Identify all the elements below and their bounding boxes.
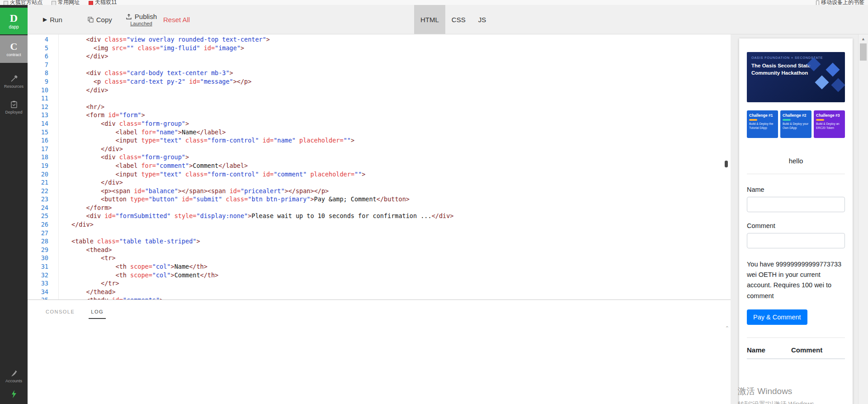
copy-button[interactable]: Copy bbox=[88, 16, 112, 24]
challenge-badge bbox=[749, 119, 757, 121]
challenge-badge bbox=[816, 119, 824, 121]
sidebar-item-deployed[interactable]: Deployed bbox=[5, 100, 22, 114]
resources-icon bbox=[10, 75, 18, 83]
challenge-card-1: Challenge #1 Build & Deploy the Tutorial… bbox=[747, 110, 778, 138]
bookmark-item[interactable]: 火狐官方站点 bbox=[4, 0, 42, 5]
reset-all-button[interactable]: Reset All bbox=[163, 16, 190, 24]
contract-label: contract bbox=[6, 52, 21, 57]
table-header-name: Name bbox=[747, 346, 791, 354]
banner-title: The Oasis Second State Community Hackath… bbox=[751, 62, 815, 76]
preview-pane: OASIS FOUNDATION × SECONDSTATE The Oasis… bbox=[731, 34, 858, 404]
copy-icon bbox=[88, 17, 94, 23]
challenge-cards: Challenge #1 Build & Deploy the Tutorial… bbox=[747, 110, 845, 138]
bookmark-item[interactable]: 常用网址 bbox=[52, 0, 80, 5]
deployed-label: Deployed bbox=[5, 110, 22, 114]
challenge-desc: Build & Deploy your Own DApp bbox=[783, 122, 809, 130]
preview-name-input[interactable] bbox=[747, 197, 845, 212]
divider bbox=[747, 337, 845, 338]
publish-icon bbox=[126, 14, 132, 20]
challenge-card-3: Challenge #3 Build & Deploy an ERC20 Tok… bbox=[814, 110, 845, 138]
preview-message: hello bbox=[747, 157, 845, 165]
banner-brand-line: OASIS FOUNDATION × SECONDSTATE bbox=[751, 56, 845, 59]
deployed-icon bbox=[10, 100, 18, 109]
resources-label: Resources bbox=[4, 84, 24, 89]
scrollbar-up-arrow[interactable]: ▲ bbox=[859, 37, 868, 41]
sidebar-item-contract[interactable]: C contract bbox=[0, 35, 28, 63]
bookmark-favicon bbox=[52, 1, 56, 5]
code-editor[interactable]: 4 <div class="view overlay rounded-top t… bbox=[28, 34, 731, 299]
banner-cube-decoration bbox=[831, 78, 845, 92]
pay-comment-button[interactable]: Pay & Comment bbox=[747, 309, 807, 325]
accounts-icon bbox=[10, 370, 18, 377]
launched-link[interactable]: Launched bbox=[130, 21, 152, 26]
console-scroll-up-icon[interactable]: ⌃ bbox=[725, 325, 729, 331]
challenge-badge bbox=[783, 119, 791, 121]
banner-cube-decoration bbox=[815, 75, 829, 89]
play-icon: ▶ bbox=[43, 16, 47, 23]
challenge-title: Challenge #3 bbox=[816, 113, 843, 118]
challenge-desc: Build & Deploy an ERC20 Token bbox=[816, 122, 843, 130]
challenge-title: Challenge #2 bbox=[783, 113, 809, 118]
run-label: Run bbox=[50, 16, 62, 24]
bookmark-favicon bbox=[4, 1, 8, 5]
tab-css[interactable]: CSS bbox=[445, 5, 472, 34]
copy-label: Copy bbox=[96, 16, 112, 24]
name-label: Name bbox=[747, 186, 845, 193]
left-sidebar: D dapp C contract Resources Deployed Acc… bbox=[0, 5, 28, 404]
sidebar-item-dapp[interactable]: D dapp bbox=[0, 8, 28, 34]
sidebar-item-accounts[interactable]: Accounts bbox=[5, 370, 22, 383]
table-header-comment: Comment bbox=[791, 346, 822, 354]
comment-label: Comment bbox=[747, 222, 845, 229]
divider bbox=[747, 174, 845, 174]
bookmark-label: 火狐官方站点 bbox=[10, 0, 42, 5]
contract-logo: C bbox=[10, 42, 18, 52]
run-button[interactable]: ▶ Run bbox=[43, 16, 62, 24]
status-bolt-icon[interactable] bbox=[10, 390, 18, 400]
tab-html[interactable]: HTML bbox=[414, 5, 445, 34]
page-scrollbar[interactable]: ▲ ▼ bbox=[858, 34, 868, 404]
editor-tabs: HTML CSS JS bbox=[414, 5, 492, 34]
mobile-bookmarks-folder[interactable]: 移动设备上的书签 bbox=[816, 0, 864, 5]
scrollbar-thumb[interactable] bbox=[860, 43, 867, 61]
screen: 火狐官方站点 常用网址 天猫双11 移动设备上的书签 D dapp C cont… bbox=[0, 0, 868, 404]
challenge-card-2: Challenge #2 Build & Deploy your Own DAp… bbox=[780, 110, 811, 138]
tab-console[interactable]: CONSOLE bbox=[43, 309, 77, 319]
publish-button[interactable]: Publish bbox=[126, 13, 157, 20]
banner-cube-decoration bbox=[826, 62, 840, 76]
challenge-title: Challenge #1 bbox=[749, 113, 776, 118]
toolbar: ▶ Run Copy Publish Launched Reset All HT bbox=[28, 5, 868, 34]
dapp-preview-card: OASIS FOUNDATION × SECONDSTATE The Oasis… bbox=[739, 38, 853, 404]
hackathon-banner-image: OASIS FOUNDATION × SECONDSTATE The Oasis… bbox=[747, 52, 845, 102]
bookmark-label: 天猫双11 bbox=[95, 0, 117, 5]
bookmark-label: 移动设备上的书签 bbox=[821, 0, 864, 5]
tab-js[interactable]: JS bbox=[472, 5, 493, 34]
editor-scrollbar-thumb[interactable] bbox=[725, 161, 728, 167]
accounts-label: Accounts bbox=[5, 379, 22, 383]
phone-icon bbox=[816, 0, 819, 5]
preview-comment-input[interactable] bbox=[747, 233, 845, 248]
code-lines: 4 <div class="view overlay rounded-top t… bbox=[28, 35, 731, 299]
comments-table-header: Name Comment bbox=[747, 346, 845, 359]
publish-label: Publish bbox=[135, 13, 157, 20]
sidebar-item-resources[interactable]: Resources bbox=[4, 75, 24, 89]
bookmark-label: 常用网址 bbox=[58, 0, 80, 5]
bookmark-favicon bbox=[89, 1, 93, 5]
bookmarks-bar: 火狐官方站点 常用网址 天猫双11 移动设备上的书签 bbox=[0, 0, 868, 5]
tab-log[interactable]: LOG bbox=[89, 309, 106, 319]
console-panel: CONSOLE LOG ⌃ bbox=[28, 299, 731, 404]
bookmark-item[interactable]: 天猫双11 bbox=[89, 0, 117, 5]
dapp-logo: D bbox=[10, 13, 18, 24]
dapp-label: dapp bbox=[9, 24, 19, 29]
challenge-desc: Build & Deploy the Tutorial DApp bbox=[749, 122, 776, 130]
